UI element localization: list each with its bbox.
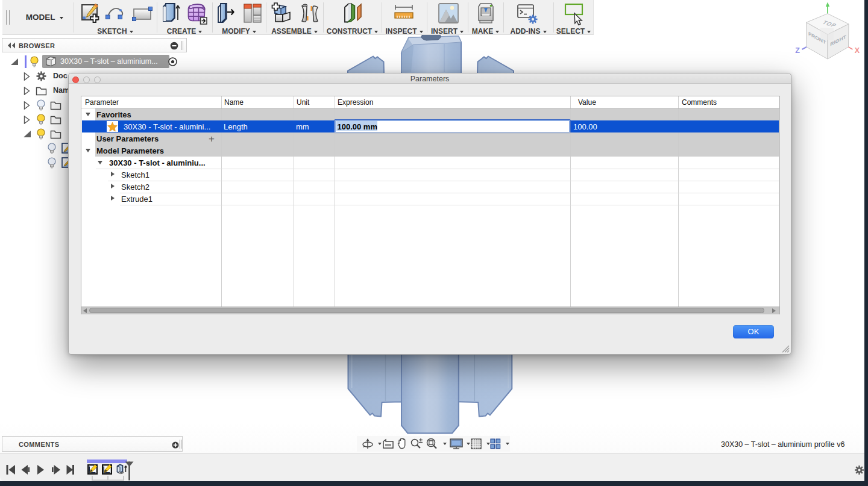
svg-text:Z: Z <box>795 46 800 55</box>
svg-text:X: X <box>855 46 860 55</box>
